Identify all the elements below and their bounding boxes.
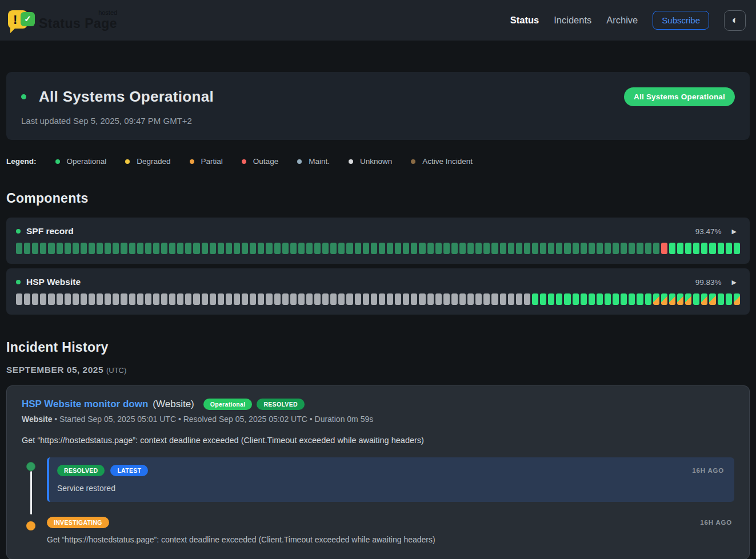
uptime-bar[interactable] [443, 293, 450, 305]
uptime-bar[interactable] [540, 243, 546, 254]
uptime-bar[interactable] [129, 243, 135, 254]
uptime-bar[interactable] [427, 293, 434, 305]
uptime-bar[interactable] [403, 243, 409, 254]
uptime-bar[interactable] [234, 243, 240, 254]
uptime-bar[interactable] [726, 243, 732, 254]
uptime-bar[interactable] [491, 243, 498, 254]
uptime-bar[interactable] [169, 243, 175, 254]
subscribe-button[interactable]: Subscribe [653, 11, 709, 30]
uptime-bar[interactable] [185, 243, 191, 254]
uptime-bar[interactable] [379, 243, 385, 254]
uptime-bar[interactable] [653, 293, 659, 305]
uptime-bar[interactable] [734, 243, 740, 254]
uptime-bar[interactable] [661, 293, 667, 305]
uptime-bar[interactable] [451, 243, 458, 254]
uptime-bar[interactable] [693, 243, 699, 254]
uptime-bar[interactable] [395, 293, 401, 305]
uptime-bar[interactable] [451, 293, 458, 305]
uptime-bar[interactable] [443, 243, 450, 254]
uptime-bar[interactable] [161, 243, 167, 254]
uptime-bar[interactable] [105, 243, 111, 254]
uptime-bar[interactable] [290, 243, 297, 254]
uptime-bar[interactable] [597, 243, 603, 254]
uptime-bar[interactable] [677, 293, 683, 305]
uptime-bar[interactable] [258, 293, 264, 305]
uptime-bar[interactable] [532, 243, 538, 254]
uptime-bar[interactable] [403, 293, 409, 305]
uptime-bar[interactable] [266, 243, 272, 254]
uptime-bar[interactable] [65, 243, 71, 254]
uptime-bar[interactable] [298, 293, 305, 305]
uptime-bar[interactable] [669, 243, 675, 254]
uptime-bar[interactable] [556, 293, 562, 305]
uptime-bar[interactable] [73, 293, 79, 305]
uptime-bar[interactable] [411, 243, 417, 254]
uptime-bar[interactable] [274, 293, 281, 305]
uptime-bar[interactable] [556, 243, 562, 254]
uptime-bar[interactable] [330, 243, 337, 254]
uptime-bar[interactable] [218, 293, 224, 305]
uptime-bar[interactable] [475, 293, 482, 305]
uptime-bar[interactable] [346, 243, 353, 254]
uptime-bar[interactable] [258, 243, 264, 254]
uptime-bar[interactable] [242, 243, 248, 254]
uptime-bar[interactable] [322, 293, 329, 305]
uptime-bar[interactable] [48, 293, 54, 305]
uptime-bar[interactable] [218, 243, 224, 254]
uptime-bar[interactable] [274, 243, 281, 254]
uptime-bar[interactable] [395, 243, 401, 254]
component-header[interactable]: HSP Website99.83%▶ [16, 277, 740, 287]
uptime-bar[interactable] [661, 243, 667, 254]
uptime-bar[interactable] [153, 243, 159, 254]
uptime-bar[interactable] [564, 293, 570, 305]
uptime-bar[interactable] [693, 293, 699, 305]
uptime-bar[interactable] [718, 293, 724, 305]
nav-item-status[interactable]: Status [510, 15, 539, 26]
uptime-bar[interactable] [48, 243, 54, 254]
uptime-bar[interactable] [419, 243, 425, 254]
uptime-bar[interactable] [645, 293, 651, 305]
uptime-bar[interactable] [637, 293, 643, 305]
uptime-bar[interactable] [250, 293, 256, 305]
uptime-bar[interactable] [137, 243, 143, 254]
uptime-bar[interactable] [355, 243, 361, 254]
uptime-bar[interactable] [363, 243, 369, 254]
uptime-bar[interactable] [589, 293, 595, 305]
uptime-bar[interactable] [32, 293, 38, 305]
uptime-bar[interactable] [338, 243, 345, 254]
uptime-bar[interactable] [685, 293, 691, 305]
uptime-bar[interactable] [129, 293, 135, 305]
uptime-bar[interactable] [581, 293, 587, 305]
uptime-bar[interactable] [508, 293, 514, 305]
uptime-bar[interactable] [105, 293, 111, 305]
uptime-bar[interactable] [121, 293, 127, 305]
uptime-bar[interactable] [734, 293, 740, 305]
uptime-bar[interactable] [330, 293, 337, 305]
uptime-bar[interactable] [653, 243, 659, 254]
uptime-bar[interactable] [73, 243, 79, 254]
uptime-bar[interactable] [621, 293, 627, 305]
uptime-bar[interactable] [306, 243, 313, 254]
uptime-bar[interactable] [516, 243, 522, 254]
uptime-bar[interactable] [89, 243, 95, 254]
uptime-bar[interactable] [435, 293, 442, 305]
uptime-bar[interactable] [363, 293, 369, 305]
theme-toggle-button[interactable]: ◐ [724, 10, 746, 31]
uptime-bar[interactable] [629, 243, 635, 254]
uptime-bar[interactable] [548, 243, 554, 254]
uptime-bar[interactable] [210, 243, 216, 254]
uptime-bar[interactable] [605, 243, 611, 254]
uptime-bar[interactable] [459, 293, 466, 305]
uptime-bar[interactable] [629, 293, 635, 305]
uptime-bar[interactable] [508, 243, 514, 254]
incident-title-link[interactable]: HSP Website monitor down [22, 399, 148, 410]
uptime-bar[interactable] [24, 293, 30, 305]
uptime-bar[interactable] [346, 293, 353, 305]
uptime-bar[interactable] [621, 243, 627, 254]
uptime-bar[interactable] [185, 293, 191, 305]
uptime-bar[interactable] [540, 293, 546, 305]
uptime-bar[interactable] [177, 243, 183, 254]
uptime-bar[interactable] [483, 243, 490, 254]
uptime-bar[interactable] [718, 243, 724, 254]
uptime-bar[interactable] [685, 243, 691, 254]
